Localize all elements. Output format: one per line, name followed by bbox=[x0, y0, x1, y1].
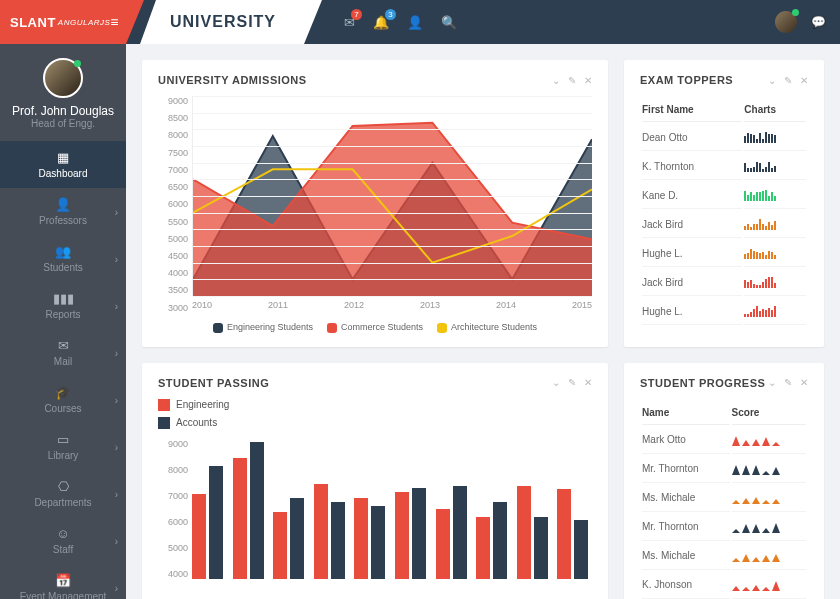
avatar[interactable] bbox=[775, 11, 797, 33]
top-icons: ✉7 🔔3 👤 🔍 bbox=[344, 15, 457, 30]
card-admissions: UNIVERSITY ADMISSIONS ⌄ ✎ ✕ 900085008000… bbox=[142, 60, 608, 347]
bar[interactable] bbox=[534, 517, 548, 579]
nav-label: Staff bbox=[53, 544, 73, 555]
chevron-right-icon: › bbox=[115, 535, 118, 546]
collapse-icon[interactable]: ⌄ bbox=[552, 75, 560, 86]
legend-item[interactable]: Commerce Students bbox=[327, 322, 423, 333]
table-row: Ms. Michale bbox=[642, 543, 806, 570]
bell-icon[interactable]: 🔔3 bbox=[373, 15, 389, 30]
mail-icon[interactable]: ✉7 bbox=[344, 15, 355, 30]
bar[interactable] bbox=[290, 498, 304, 579]
card-passing: STUDENT PASSING ⌄✎✕ EngineeringAccounts … bbox=[142, 363, 608, 599]
bar-group bbox=[192, 466, 227, 580]
card-tools: ⌄ ✎ ✕ bbox=[552, 75, 592, 86]
bar[interactable] bbox=[354, 498, 368, 579]
cell-name: Mr. Thornton bbox=[642, 456, 730, 483]
bar[interactable] bbox=[557, 489, 571, 579]
col-score: Score bbox=[732, 401, 806, 425]
bar[interactable] bbox=[436, 509, 450, 579]
bar[interactable] bbox=[517, 486, 531, 579]
bar[interactable] bbox=[250, 442, 264, 579]
nav-label: Mail bbox=[54, 356, 72, 367]
close-icon[interactable]: ✕ bbox=[800, 377, 808, 388]
sidebar-item-library[interactable]: ▭Library› bbox=[0, 423, 126, 470]
collapse-icon[interactable]: ⌄ bbox=[768, 75, 776, 86]
cell-name: Hughe L. bbox=[642, 240, 742, 267]
cell-name: Jack Bird bbox=[642, 269, 742, 296]
sparkline bbox=[732, 492, 806, 504]
online-indicator bbox=[74, 60, 81, 67]
sidebar-item-courses[interactable]: 🎓Courses› bbox=[0, 376, 126, 423]
admissions-chart: 9000850080007500700065006000550050004500… bbox=[158, 96, 592, 333]
sidebar-item-dashboard[interactable]: ▦Dashboard bbox=[0, 141, 126, 188]
sidebar-item-professors[interactable]: 👤Professors› bbox=[0, 188, 126, 235]
legend-item[interactable]: Architecture Students bbox=[437, 322, 537, 333]
bar[interactable] bbox=[493, 502, 507, 580]
nav-label: Library bbox=[48, 450, 79, 461]
content: UNIVERSITY ADMISSIONS ⌄ ✎ ✕ 900085008000… bbox=[126, 44, 840, 599]
col-name: Name bbox=[642, 401, 730, 425]
legend-item[interactable]: Accounts bbox=[158, 417, 592, 429]
edit-icon[interactable]: ✎ bbox=[568, 377, 576, 388]
sidebar-item-departments[interactable]: ⎔Departments› bbox=[0, 470, 126, 517]
sidebar-item-event-management[interactable]: 📅Event Management› bbox=[0, 564, 126, 599]
chevron-right-icon: › bbox=[115, 441, 118, 452]
table-row: Jack Bird bbox=[642, 269, 806, 296]
bar-group bbox=[517, 486, 552, 579]
edit-icon[interactable]: ✎ bbox=[784, 75, 792, 86]
sparkline bbox=[744, 305, 806, 317]
close-icon[interactable]: ✕ bbox=[800, 75, 808, 86]
sidebar-item-mail[interactable]: ✉Mail› bbox=[0, 329, 126, 376]
bar[interactable] bbox=[412, 488, 426, 580]
nav-icon: 👤 bbox=[55, 197, 71, 212]
bar[interactable] bbox=[574, 520, 588, 579]
sparkline bbox=[744, 218, 806, 230]
legend-item[interactable]: Engineering bbox=[158, 399, 592, 411]
close-icon[interactable]: ✕ bbox=[584, 75, 592, 86]
edit-icon[interactable]: ✎ bbox=[568, 75, 576, 86]
collapse-icon[interactable]: ⌄ bbox=[552, 377, 560, 388]
bar[interactable] bbox=[273, 512, 287, 579]
table-row: Mr. Thornton bbox=[642, 514, 806, 541]
bar[interactable] bbox=[209, 466, 223, 580]
table-row: Mr. Thornton bbox=[642, 456, 806, 483]
sparkline bbox=[744, 276, 806, 288]
passing-chart: 900080007000600050004000 bbox=[158, 439, 592, 579]
sidebar-item-staff[interactable]: ☺Staff› bbox=[0, 517, 126, 564]
table-row: Ms. Michale bbox=[642, 485, 806, 512]
edit-icon[interactable]: ✎ bbox=[784, 377, 792, 388]
profile-block[interactable]: Prof. John Douglas Head of Engg. bbox=[0, 44, 126, 141]
hamburger-icon[interactable]: ≡ bbox=[110, 14, 119, 30]
bar[interactable] bbox=[314, 484, 328, 579]
table-row: K. Thornton bbox=[642, 153, 806, 180]
collapse-icon[interactable]: ⌄ bbox=[768, 377, 776, 388]
cell-name: Mark Otto bbox=[642, 427, 730, 454]
card-title: STUDENT PASSING bbox=[158, 377, 269, 389]
sidebar-item-reports[interactable]: ▮▮▮Reports› bbox=[0, 282, 126, 329]
chat-icon[interactable]: 💬 bbox=[811, 15, 826, 29]
bar[interactable] bbox=[395, 492, 409, 579]
user-icon[interactable]: 👤 bbox=[407, 15, 423, 30]
bar[interactable] bbox=[192, 494, 206, 580]
nav-label: Students bbox=[43, 262, 82, 273]
table-row: Jack Bird bbox=[642, 211, 806, 238]
bar[interactable] bbox=[476, 517, 490, 579]
nav-icon: 🎓 bbox=[55, 385, 71, 400]
sparkline bbox=[732, 579, 806, 591]
nav-label: Departments bbox=[34, 497, 91, 508]
search-icon[interactable]: 🔍 bbox=[441, 15, 457, 30]
cell-name: Jack Bird bbox=[642, 211, 742, 238]
bar[interactable] bbox=[331, 502, 345, 580]
mail-badge: 7 bbox=[351, 9, 362, 20]
cell-name: Mr. Thornton bbox=[642, 514, 730, 541]
legend-item[interactable]: Engineering Students bbox=[213, 322, 313, 333]
bar-group bbox=[557, 489, 592, 579]
bar[interactable] bbox=[371, 506, 385, 579]
bar-group bbox=[314, 484, 349, 579]
col-name: First Name bbox=[642, 98, 742, 122]
brand-logo[interactable]: SLANTANGULARJS ≡ bbox=[0, 0, 126, 44]
close-icon[interactable]: ✕ bbox=[584, 377, 592, 388]
sidebar-item-students[interactable]: 👥Students› bbox=[0, 235, 126, 282]
bar[interactable] bbox=[453, 486, 467, 579]
bar[interactable] bbox=[233, 458, 247, 579]
